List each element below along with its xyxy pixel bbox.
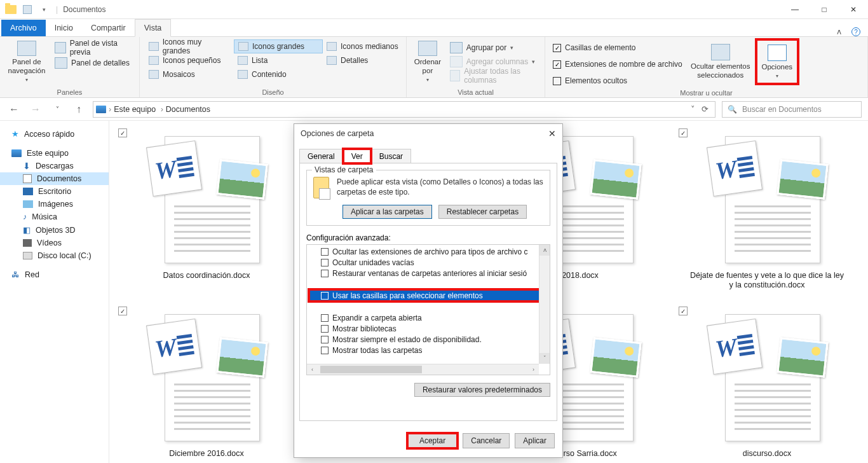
file-item[interactable]: W Datos coordinación.docx [113,126,300,304]
size-columns-icon [450,70,460,81]
nav-desktop[interactable]: Escritorio [0,185,109,198]
ribbon-collapse-icon[interactable]: ʌ [837,27,841,36]
checkbox-icon [321,314,329,322]
file-ext-toggle[interactable]: Extensiones de nombre de archivo [550,57,685,71]
crumb-root[interactable]: Este equipo [114,105,163,114]
word-doc-thumbnail: W [143,305,270,445]
checkbox-icon [553,77,561,85]
checkbox-icon [321,325,329,333]
tab-compartir[interactable]: Compartir [82,20,135,36]
advanced-settings-list[interactable]: Ocultar las extensiones de archivo para … [306,244,550,375]
item-checkbox[interactable] [118,307,127,315]
horizontal-scrollbar[interactable]: ‹› [307,364,539,375]
layout-sm-icons[interactable]: Iconos pequeños [145,53,234,67]
forward-button[interactable]: → [28,102,43,117]
reset-folders-button[interactable]: Restablecer carpetas [438,205,527,219]
vertical-scrollbar[interactable]: ʌ˅ [539,245,550,364]
search-placeholder: Buscar en Documentos [742,105,822,114]
checkbox-icon [553,60,561,69]
apply-button[interactable]: Aplicar [515,433,555,448]
dialog-close-button[interactable]: ✕ [548,128,556,139]
layout-lg-icons[interactable]: Iconos grandes [234,39,323,53]
hidden-items-toggle[interactable]: Elementos ocultos [550,74,685,88]
nav-quick-access[interactable]: ★Acceso rápido [0,127,109,141]
nav-pictures[interactable]: Imágenes [0,198,109,211]
refresh-icon[interactable]: ⟳ [702,104,709,114]
nav-3d-objects[interactable]: ◧Objetos 3D [0,223,109,237]
dialog-title: Opciones de carpeta [301,129,374,138]
nav-downloads[interactable]: ⬇Descargas [0,160,109,172]
dialog-tab-general[interactable]: General [299,149,343,163]
qat-dropdown-icon[interactable]: ▾ [37,3,51,17]
music-icon: ♪ [23,212,27,221]
layout-md-icons[interactable]: Iconos medianos [323,39,412,53]
recent-dropdown[interactable]: ˅ [50,102,65,117]
file-item[interactable]: W Déjate de fuentes y vete a lo que dice… [674,126,860,304]
tab-vista[interactable]: Vista [135,19,172,37]
size-columns-button[interactable]: Ajustar todas las columnas [447,69,539,83]
video-icon [23,239,32,247]
nav-network[interactable]: 🖧Red [0,268,109,281]
search-icon: 🔍 [728,105,737,114]
crumb-folder[interactable]: Documentos [166,105,210,114]
layout-list[interactable]: Lista [234,53,323,67]
up-button[interactable]: ↑ [71,102,86,117]
qat-properties-icon[interactable] [20,3,34,17]
address-bar[interactable]: › Este equipo Documentos ˅ ⟳ [93,101,715,118]
nav-local-disk[interactable]: Disco local (C:) [0,249,109,262]
add-columns-icon [450,56,463,67]
adv-option-use-checkboxes[interactable]: Usar las casillas para seleccionar eleme… [309,290,547,301]
restore-defaults-button[interactable]: Restaurar valores predeterminados [414,383,550,397]
ok-button[interactable]: Aceptar [407,433,458,448]
search-input[interactable]: 🔍 Buscar en Documentos [722,101,862,118]
nav-videos[interactable]: Vídeos [0,237,109,249]
layout-xl-icons[interactable]: Iconos muy grandes [145,39,234,53]
star-icon: ★ [11,129,19,139]
nav-this-pc[interactable]: Este equipo [0,147,109,160]
adv-option[interactable]: Expandir a carpeta abierta [309,312,547,323]
adv-option[interactable]: Mostrar siempre el estado de disponibili… [309,334,547,345]
apply-to-folders-button[interactable]: Aplicar a las carpetas [342,205,432,219]
hide-selected-button[interactable]: Ocultar elementos seleccionados [689,39,752,84]
file-item[interactable]: W discurso.docx [674,304,860,463]
back-button[interactable]: ← [6,102,22,117]
sort-icon [418,41,437,56]
layout-tiles[interactable]: Mosaicos [145,67,234,81]
minimize-button[interactable]: — [780,0,810,19]
options-button[interactable]: Opciones ▾ [756,39,798,84]
xl-icons-icon [149,42,159,51]
item-checkboxes-toggle[interactable]: Casillas de elemento [550,41,685,55]
help-icon[interactable]: ? [851,27,860,36]
details-pane-button[interactable]: Panel de detalles [52,56,134,70]
layout-details[interactable]: Detalles [323,53,412,67]
adv-option[interactable]: Mostrar todas las carpetas [309,345,547,356]
group-diseno-label: Diseño [145,87,401,96]
dialog-tab-buscar[interactable]: Buscar [371,149,411,163]
tab-file[interactable]: Archivo [1,20,46,36]
cancel-button[interactable]: Cancelar [463,433,510,448]
nav-music[interactable]: ♪Música [0,211,109,223]
word-doc-thumbnail: W [703,127,831,267]
group-by-button[interactable]: Agrupar por [447,41,539,55]
nav-documents[interactable]: Documentos [0,172,109,185]
close-button[interactable]: ✕ [839,0,868,19]
folder-options-dialog: Opciones de carpeta ✕ General Ver Buscar… [294,123,563,458]
adv-option[interactable]: Ocultar las extensiones de archivo para … [309,246,547,257]
nav-pane-button[interactable]: Panel de navegación ▾ [5,39,48,84]
group-paneles-label: Paneles [5,87,134,96]
item-checkbox[interactable] [679,307,688,315]
dialog-tab-ver[interactable]: Ver [343,149,371,163]
adv-option[interactable]: Mostrar bibliotecas [309,323,547,334]
item-checkbox[interactable] [679,128,688,137]
tab-inicio[interactable]: Inicio [46,20,82,36]
maximize-button[interactable]: □ [810,0,839,19]
file-item[interactable]: W Diciembre 2016.docx [113,304,300,463]
item-checkbox[interactable] [118,128,127,137]
address-dropdown-icon[interactable]: ˅ [691,104,695,114]
checkbox-icon [321,292,329,300]
adv-option[interactable]: Restaurar ventanas de carpetas anteriore… [309,268,547,279]
layout-content[interactable]: Contenido [234,67,323,81]
adv-option[interactable]: Ocultar unidades vacías [309,257,547,268]
sort-by-button[interactable]: Ordenar por ▾ [412,39,444,84]
preview-pane-button[interactable]: Panel de vista previa [52,41,134,55]
